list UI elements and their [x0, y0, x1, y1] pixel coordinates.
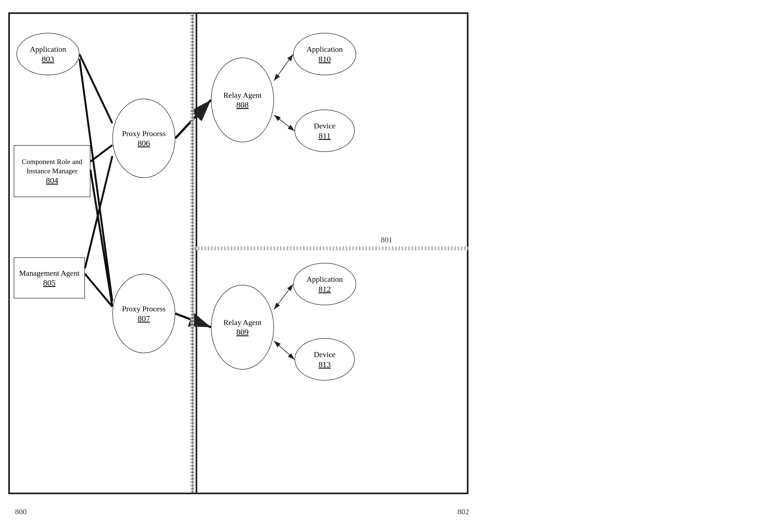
label-801: 801	[381, 235, 392, 244]
application-810: Application 810	[293, 33, 356, 75]
outer-border-left	[8, 12, 197, 494]
svg-line-10	[274, 54, 293, 81]
application-803: Application 803	[16, 33, 79, 75]
application-812: Application 812	[293, 263, 356, 305]
svg-line-13	[274, 341, 294, 360]
svg-line-7	[85, 274, 112, 307]
svg-line-4	[90, 145, 112, 161]
svg-line-5	[90, 170, 112, 307]
relay-agent-808: Relay Agent 808	[211, 57, 274, 142]
device-811: Device 811	[294, 110, 355, 152]
svg-line-2	[79, 54, 112, 123]
svg-line-11	[274, 115, 294, 131]
svg-line-12	[274, 284, 293, 310]
label-800: 800	[15, 507, 27, 516]
proxy-process-806: Proxy Process 806	[112, 99, 175, 178]
label-802: 802	[458, 507, 469, 516]
divider-right-top-bottom	[194, 246, 469, 250]
relay-agent-809: Relay Agent 809	[211, 285, 274, 370]
divider-line	[190, 14, 194, 493]
diagram-container: Application 803 Component Role and Insta…	[8, 11, 753, 520]
device-813: Device 813	[294, 338, 355, 381]
proxy-process-807: Proxy Process 807	[112, 274, 175, 353]
component-role-804: Component Role and Instance Manager 804	[14, 145, 90, 197]
management-agent-805: Management Agent 805	[14, 257, 85, 299]
